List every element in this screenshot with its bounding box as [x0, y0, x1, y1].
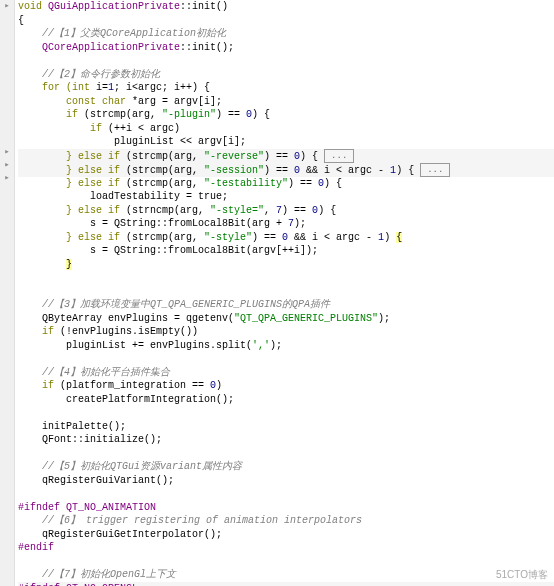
code-line[interactable]: //【5】初始化QTGui资源variant属性内容	[18, 460, 554, 474]
keyword: for	[18, 82, 66, 93]
code-line[interactable]: } else if (strncmp(arg, "-style=", 7) ==…	[18, 204, 554, 218]
code-line[interactable]: for (int i=1; i<argc; i++) {	[18, 81, 554, 95]
expr: s = QString::fromLocal8Bit(arg +	[18, 218, 288, 229]
expr: i=	[96, 82, 108, 93]
keyword: } else if	[18, 150, 126, 161]
fold-placeholder[interactable]: ...	[420, 163, 450, 177]
operator: ::	[180, 42, 192, 53]
expr: ) ==	[264, 150, 294, 161]
code-editor[interactable]: ▸ ▸ ▸ ▸ void QGuiApplicationPrivate::ini…	[0, 0, 554, 586]
code-line[interactable]: //【7】初始化OpenGl上下文	[18, 568, 554, 582]
expr: ) ==	[282, 205, 312, 216]
comma: ,	[264, 205, 276, 216]
expr: pluginList += envPlugins.split(	[18, 340, 252, 351]
blank-line	[18, 271, 554, 285]
fold-marker-icon[interactable]: ▸	[2, 1, 12, 11]
code-line[interactable]: } else if (strcmp(arg, "-testability") =…	[18, 177, 554, 191]
semicolon: );	[270, 340, 282, 351]
code-line[interactable]: qRegisterGuiGetInterpolator();	[18, 528, 554, 542]
code-line[interactable]: QFont::initialize();	[18, 433, 554, 447]
brace: ) {	[396, 164, 420, 175]
expr: ) ==	[288, 178, 318, 189]
macro: QT_NO_ANIMATION	[66, 502, 156, 513]
string: "QT_QPA_GENERIC_PLUGINS"	[234, 313, 378, 324]
code-line[interactable]: if (!envPlugins.isEmpty())	[18, 325, 554, 339]
expr: createPlatformIntegration();	[18, 394, 234, 405]
code-line[interactable]: #endif	[18, 541, 554, 555]
code-line[interactable]: qRegisterGuiVariant();	[18, 474, 554, 488]
code-line[interactable]: {	[18, 14, 554, 28]
comment: //【1】父类QCoreApplication初始化	[18, 28, 226, 39]
keyword: void	[18, 1, 48, 12]
code-line[interactable]: pluginList << argv[i];	[18, 135, 554, 149]
code-line[interactable]: QCoreApplicationPrivate::init();	[18, 41, 554, 55]
keyword: } else if	[18, 205, 126, 216]
watermark-label: 51CTO博客	[496, 568, 548, 582]
fold-marker-icon[interactable]: ▸	[2, 147, 12, 157]
code-line[interactable]: createPlatformIntegration();	[18, 393, 554, 407]
preprocessor: #ifndef	[18, 502, 66, 513]
code-line[interactable]: s = QString::fromLocal8Bit(arg + 7);	[18, 217, 554, 231]
fold-marker-icon[interactable]: ▸	[2, 173, 12, 183]
expr: pluginList << argv[i];	[18, 136, 246, 147]
type-name: QCoreApplicationPrivate	[18, 42, 180, 53]
expr: initPalette();	[18, 421, 126, 432]
fold-marker-icon[interactable]: ▸	[2, 160, 12, 170]
semicolon: ();	[216, 42, 234, 53]
expr: QFont::initialize();	[18, 434, 162, 445]
fold-placeholder[interactable]: ...	[324, 149, 354, 163]
preprocessor: #endif	[18, 542, 54, 553]
brace-highlight: }	[66, 259, 72, 270]
comment: //【6】 trigger registering of animation i…	[18, 515, 362, 526]
code-line[interactable]: }	[18, 258, 554, 272]
code-line[interactable]: //【2】命令行参数初始化	[18, 68, 554, 82]
code-line[interactable]: s = QString::fromLocal8Bit(argv[++i]);	[18, 244, 554, 258]
code-line[interactable]: //【3】加载环境变量中QT_QPA_GENERIC_PLUGINS的QPA插件	[18, 298, 554, 312]
expr: s = QString::fromLocal8Bit(argv[++i]);	[18, 245, 318, 256]
blank-line	[18, 54, 554, 68]
string: "-testability"	[204, 178, 288, 189]
code-line[interactable]: #ifndef QT_NO_ANIMATION	[18, 501, 554, 515]
code-line[interactable]: #ifndef QT_NO_OPENGL	[18, 582, 554, 586]
func-name: init	[192, 1, 216, 12]
code-line[interactable]: } else if (strcmp(arg, "-style") == 0 &&…	[18, 231, 554, 245]
string: ','	[252, 340, 270, 351]
code-line[interactable]: void QGuiApplicationPrivate::init()	[18, 0, 554, 14]
blank-line	[18, 487, 554, 501]
code-line[interactable]: } else if (strcmp(arg, "-reverse") == 0)…	[18, 149, 554, 163]
expr: )	[384, 232, 396, 243]
code-line[interactable]: const char *arg = argv[i];	[18, 95, 554, 109]
code-line[interactable]: QByteArray envPlugins = qgetenv("QT_QPA_…	[18, 312, 554, 326]
expr: && i < argc -	[300, 164, 390, 175]
string: "-style="	[210, 205, 264, 216]
operator: ::	[180, 1, 192, 12]
keyword: } else if	[18, 178, 126, 189]
keyword: } else if	[18, 232, 126, 243]
code-line[interactable]: loadTestability = true;	[18, 190, 554, 204]
string: "-reverse"	[204, 150, 264, 161]
string: "-session"	[204, 164, 264, 175]
expr: (strncmp(arg,	[126, 205, 210, 216]
expr: *arg = argv[i];	[132, 96, 222, 107]
expr: (strcmp(arg,	[126, 232, 204, 243]
blank-line	[18, 285, 554, 299]
brace: ) {	[324, 178, 342, 189]
code-line[interactable]: pluginList += envPlugins.split(',');	[18, 339, 554, 353]
code-line[interactable]: if (platform_integration == 0)	[18, 379, 554, 393]
code-line[interactable]: //【6】 trigger registering of animation i…	[18, 514, 554, 528]
expr: (strcmp(arg,	[126, 150, 204, 161]
code-line[interactable]: } else if (strcmp(arg, "-session") == 0 …	[18, 163, 554, 177]
code-line[interactable]: if (++i < argc)	[18, 122, 554, 136]
code-line[interactable]: //【1】父类QCoreApplication初始化	[18, 27, 554, 41]
type-name: QGuiApplicationPrivate	[48, 1, 180, 12]
expr: qRegisterGuiVariant();	[18, 475, 174, 486]
code-line[interactable]: if (strcmp(arg, "-plugin") == 0) {	[18, 108, 554, 122]
brace-highlight: {	[396, 232, 402, 243]
expr: (strcmp(arg,	[84, 109, 162, 120]
string: "-plugin"	[162, 109, 216, 120]
keyword: if	[18, 326, 60, 337]
code-line[interactable]: initPalette();	[18, 420, 554, 434]
code-line[interactable]: //【4】初始化平台插件集合	[18, 366, 554, 380]
expr: (!envPlugins.isEmpty())	[60, 326, 198, 337]
parens: ()	[216, 1, 228, 12]
